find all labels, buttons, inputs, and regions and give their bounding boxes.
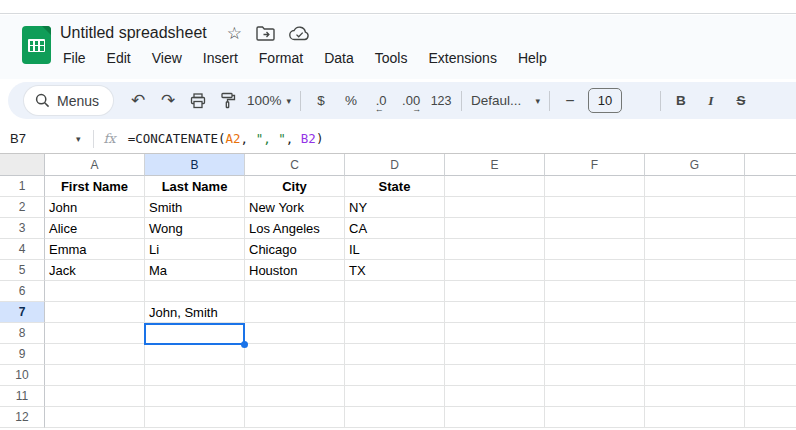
paint-format-button[interactable] <box>215 88 241 114</box>
cell-c12[interactable] <box>245 407 345 428</box>
cell-b2[interactable]: Smith <box>145 197 245 218</box>
column-header-b[interactable]: B <box>145 154 245 176</box>
cell-c8[interactable] <box>245 323 345 344</box>
cell-partial[interactable] <box>745 386 796 407</box>
cell-b4[interactable]: Li <box>145 239 245 260</box>
cell-f8[interactable] <box>545 323 645 344</box>
cell-c9[interactable] <box>245 344 345 365</box>
redo-button[interactable]: ↷ <box>155 88 181 114</box>
strikethrough-button[interactable]: S <box>728 88 754 114</box>
cell-f1[interactable] <box>545 176 645 197</box>
cell-d6[interactable] <box>345 281 445 302</box>
menu-item-file[interactable]: File <box>60 48 89 68</box>
cell-b6[interactable] <box>145 281 245 302</box>
cell-a9[interactable] <box>45 344 145 365</box>
cell-g10[interactable] <box>645 365 745 386</box>
cell-g9[interactable] <box>645 344 745 365</box>
chevron-down-icon[interactable]: ▾ <box>76 134 81 144</box>
cell-partial[interactable] <box>745 281 796 302</box>
cell-partial[interactable] <box>745 365 796 386</box>
increase-font-size-button[interactable] <box>627 88 653 114</box>
cloud-saved-icon[interactable] <box>289 26 310 41</box>
cell-d4[interactable]: IL <box>345 239 445 260</box>
fill-handle[interactable] <box>241 341 248 348</box>
cell-a11[interactable] <box>45 386 145 407</box>
cell-partial[interactable] <box>745 344 796 365</box>
cell-f6[interactable] <box>545 281 645 302</box>
cell-e1[interactable] <box>445 176 545 197</box>
menu-item-format[interactable]: Format <box>256 48 306 68</box>
menu-item-help[interactable]: Help <box>515 48 550 68</box>
row-header-2[interactable]: 2 <box>0 197 45 218</box>
print-button[interactable] <box>185 88 211 114</box>
column-header-c[interactable]: C <box>245 154 345 176</box>
cell-e6[interactable] <box>445 281 545 302</box>
italic-button[interactable]: I <box>698 88 724 114</box>
cell-b12[interactable] <box>145 407 245 428</box>
row-header-1[interactable]: 1 <box>0 176 45 197</box>
cell-a7[interactable] <box>45 302 145 323</box>
cell-a3[interactable]: Alice <box>45 218 145 239</box>
name-box[interactable]: B7 <box>0 131 76 146</box>
font-size-input[interactable]: 10 <box>588 88 622 113</box>
cell-b5[interactable]: Ma <box>145 260 245 281</box>
row-header-10[interactable]: 10 <box>0 365 45 386</box>
cell-a1[interactable]: First Name <box>45 176 145 197</box>
menu-item-extensions[interactable]: Extensions <box>425 48 499 68</box>
star-icon[interactable]: ☆ <box>227 23 242 44</box>
cell-f3[interactable] <box>545 218 645 239</box>
row-header-7[interactable]: 7 <box>0 302 45 323</box>
row-header-3[interactable]: 3 <box>0 218 45 239</box>
bold-button[interactable]: B <box>668 88 694 114</box>
cell-e3[interactable] <box>445 218 545 239</box>
cell-a8[interactable] <box>45 323 145 344</box>
column-header-e[interactable]: E <box>445 154 545 176</box>
cell-e2[interactable] <box>445 197 545 218</box>
cell-g4[interactable] <box>645 239 745 260</box>
cell-c3[interactable]: Los Angeles <box>245 218 345 239</box>
row-header-9[interactable]: 9 <box>0 344 45 365</box>
cell-b9[interactable] <box>145 344 245 365</box>
cell-a2[interactable]: John <box>45 197 145 218</box>
cell-f4[interactable] <box>545 239 645 260</box>
cell-partial[interactable] <box>745 407 796 428</box>
cell-g6[interactable] <box>645 281 745 302</box>
menu-item-edit[interactable]: Edit <box>104 48 134 68</box>
cell-d9[interactable] <box>345 344 445 365</box>
zoom-selector[interactable]: 100% ▾ <box>247 93 291 108</box>
cell-d5[interactable]: TX <box>345 260 445 281</box>
cell-f10[interactable] <box>545 365 645 386</box>
cell-c7[interactable] <box>245 302 345 323</box>
cell-b10[interactable] <box>145 365 245 386</box>
cell-partial[interactable] <box>745 239 796 260</box>
menu-item-tools[interactable]: Tools <box>372 48 411 68</box>
cell-d11[interactable] <box>345 386 445 407</box>
row-header-5[interactable]: 5 <box>0 260 45 281</box>
row-header-8[interactable]: 8 <box>0 323 45 344</box>
column-header-f[interactable]: F <box>545 154 645 176</box>
cell-g3[interactable] <box>645 218 745 239</box>
move-to-folder-icon[interactable] <box>256 26 275 41</box>
menu-item-view[interactable]: View <box>149 48 185 68</box>
cell-c2[interactable]: New York <box>245 197 345 218</box>
cell-f12[interactable] <box>545 407 645 428</box>
cell-f11[interactable] <box>545 386 645 407</box>
column-header-g[interactable]: G <box>645 154 745 176</box>
cell-g7[interactable] <box>645 302 745 323</box>
cell-c1[interactable]: City <box>245 176 345 197</box>
row-header-12[interactable]: 12 <box>0 407 45 428</box>
cell-a5[interactable]: Jack <box>45 260 145 281</box>
document-title[interactable]: Untitled spreadsheet <box>60 24 207 42</box>
column-header-d[interactable]: D <box>345 154 445 176</box>
cell-c10[interactable] <box>245 365 345 386</box>
row-header-4[interactable]: 4 <box>0 239 45 260</box>
select-all-corner[interactable] <box>0 154 45 176</box>
cell-f7[interactable] <box>545 302 645 323</box>
cell-partial[interactable] <box>745 302 796 323</box>
cell-d7[interactable] <box>345 302 445 323</box>
decrease-decimal-button[interactable]: .0← <box>368 88 394 114</box>
cell-b11[interactable] <box>145 386 245 407</box>
row-header-6[interactable]: 6 <box>0 281 45 302</box>
cell-g12[interactable] <box>645 407 745 428</box>
column-header-partial[interactable] <box>745 154 796 176</box>
